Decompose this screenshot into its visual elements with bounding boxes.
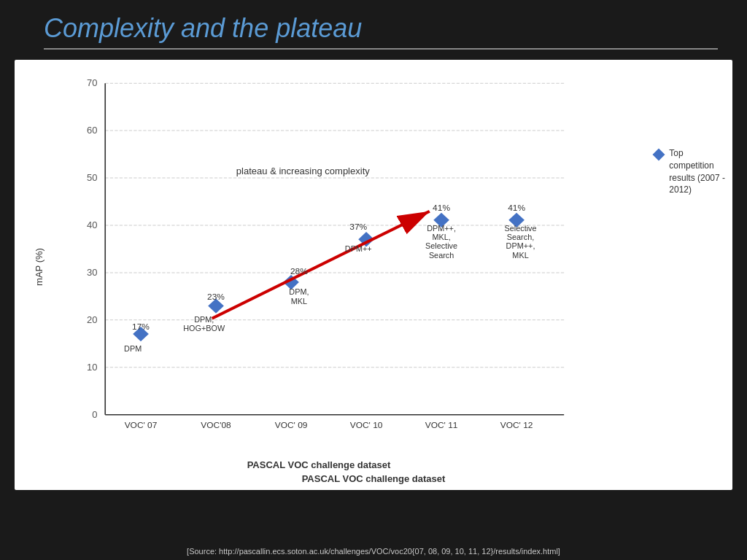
svg-text:0: 0 bbox=[92, 410, 97, 420]
svg-text:20: 20 bbox=[87, 315, 97, 325]
svg-text:17%: 17% bbox=[132, 322, 150, 331]
svg-text:VOC' 07: VOC' 07 bbox=[125, 421, 158, 429]
svg-text:VOC' 11: VOC' 11 bbox=[425, 421, 458, 429]
svg-text:40: 40 bbox=[87, 220, 97, 230]
x-axis-title-bottom: PASCAL VOC challenge dataset bbox=[15, 473, 732, 490]
svg-text:VOC' 12: VOC' 12 bbox=[500, 421, 533, 429]
svg-text:DPM,: DPM, bbox=[194, 315, 214, 324]
legend-diamond bbox=[653, 149, 665, 161]
svg-text:37%: 37% bbox=[349, 222, 367, 231]
svg-text:70: 70 bbox=[87, 79, 97, 89]
svg-text:28%: 28% bbox=[290, 267, 308, 276]
x-axis-title: PASCAL VOC challenge dataset bbox=[66, 459, 572, 470]
slide: Complexity and the plateau mAP (%) bbox=[0, 0, 747, 560]
trend-arrow bbox=[212, 211, 430, 319]
svg-text:DPM,: DPM, bbox=[289, 288, 309, 297]
svg-text:50: 50 bbox=[87, 173, 97, 183]
svg-text:Search: Search bbox=[429, 251, 454, 260]
slide-title: Complexity and the plateau bbox=[44, 13, 718, 44]
svg-text:23%: 23% bbox=[207, 293, 225, 302]
svg-text:41%: 41% bbox=[433, 203, 450, 212]
y-axis-label: mAP (%) bbox=[34, 248, 44, 286]
svg-text:VOC' 09: VOC' 09 bbox=[275, 421, 308, 429]
svg-text:Search,: Search, bbox=[507, 233, 534, 242]
svg-text:41%: 41% bbox=[508, 203, 525, 212]
svg-text:MKL,: MKL, bbox=[432, 233, 450, 242]
title-underline bbox=[44, 48, 718, 50]
svg-text:30: 30 bbox=[87, 268, 97, 278]
svg-text:10: 10 bbox=[87, 362, 97, 373]
svg-text:DPM++,: DPM++, bbox=[506, 242, 535, 251]
chart-container: mAP (%) 0 bbox=[15, 60, 732, 490]
svg-text:VOC'08: VOC'08 bbox=[201, 421, 231, 429]
svg-text:60: 60 bbox=[87, 126, 97, 136]
svg-text:DPM++: DPM++ bbox=[345, 245, 372, 254]
svg-text:Selective: Selective bbox=[425, 242, 457, 251]
chart-svg: 0 10 20 30 40 50 60 70 bbox=[66, 74, 572, 429]
svg-text:DPM++,: DPM++, bbox=[427, 224, 456, 233]
legend-text: Top competition results (2007 - 2012) bbox=[669, 147, 725, 196]
title-area: Complexity and the plateau bbox=[0, 0, 747, 57]
plateau-label: plateau & increasing complexity bbox=[236, 166, 371, 176]
svg-text:Selective: Selective bbox=[505, 224, 537, 233]
chart-legend: Top competition results (2007 - 2012) bbox=[654, 147, 725, 196]
svg-text:DPM: DPM bbox=[124, 345, 142, 354]
svg-text:MKL: MKL bbox=[291, 297, 307, 306]
svg-text:MKL: MKL bbox=[512, 251, 528, 260]
chart-inner: mAP (%) 0 bbox=[15, 60, 732, 473]
svg-text:HOG+BOW: HOG+BOW bbox=[183, 324, 225, 332]
source-citation: [Source: http://pascallin.ecs.soton.ac.u… bbox=[0, 547, 747, 556]
svg-text:VOC' 10: VOC' 10 bbox=[350, 421, 383, 429]
